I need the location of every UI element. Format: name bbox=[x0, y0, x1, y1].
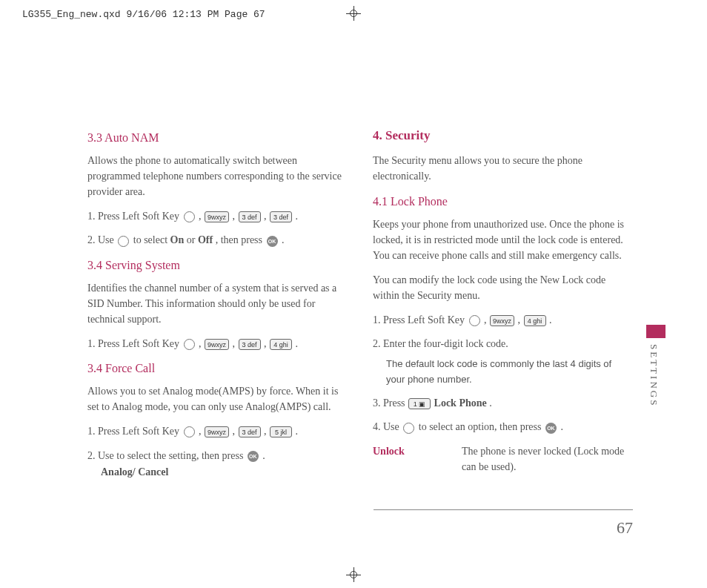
section-marker bbox=[646, 325, 665, 338]
keypad-icon: 4 ghi bbox=[524, 315, 546, 326]
note-text: The default lock code is commonly the la… bbox=[373, 357, 628, 388]
keypad-icon: 9wxyz bbox=[205, 339, 229, 350]
left-column: 3.3 Auto NAM Allows the phone to automat… bbox=[87, 126, 343, 488]
section-heading-serving-system: 3.4 Serving System bbox=[87, 257, 343, 274]
body-text: Identifies the channel number of a syste… bbox=[87, 280, 343, 327]
softkey-icon bbox=[184, 211, 195, 222]
right-column: 4. Security The Security menu allows you… bbox=[373, 126, 628, 488]
option-row: Unlock The phone is never locked (Lock m… bbox=[373, 443, 628, 475]
step-text: 3. Press 1 ▣ Lock Phone . bbox=[373, 395, 628, 412]
keypad-icon: 3 def bbox=[239, 211, 261, 222]
step-text: 2. Use to select On or Off , then press … bbox=[87, 232, 343, 248]
body-text: Keeps your phone from unauthorized use. … bbox=[373, 217, 628, 263]
footer-rule bbox=[374, 509, 633, 510]
crop-mark-bottom bbox=[346, 567, 361, 582]
keypad-icon: 4 ghi bbox=[270, 339, 292, 350]
step-text: 1. Press Left Soft Key , 9wxyz , 4 ghi . bbox=[373, 312, 628, 328]
body-text: Allows the phone to automatically switch… bbox=[87, 153, 343, 199]
step-text: 4. Use to select an option, then press O… bbox=[373, 419, 628, 435]
section-heading-security: 4. Security bbox=[373, 126, 628, 145]
option-label-unlock: Unlock bbox=[373, 443, 447, 475]
keypad-icon: 1 ▣ bbox=[408, 398, 431, 409]
option-list: Analog/ Cancel bbox=[87, 464, 343, 480]
body-text: The Security menu allows you to secure t… bbox=[373, 153, 628, 184]
ok-icon: OK bbox=[545, 423, 557, 434]
crop-mark-top bbox=[346, 6, 361, 21]
page-number: 67 bbox=[617, 515, 633, 540]
side-tab: SETTINGS bbox=[646, 325, 661, 407]
keypad-icon: 3 def bbox=[239, 426, 261, 437]
softkey-icon bbox=[184, 339, 195, 350]
ok-icon: OK bbox=[248, 451, 259, 462]
keypad-icon: 9wxyz bbox=[205, 211, 229, 222]
keypad-icon: 3 def bbox=[270, 211, 292, 222]
option-description: The phone is never locked (Lock mode can… bbox=[462, 443, 628, 475]
body-text: You can modify the lock code using the N… bbox=[373, 272, 628, 303]
keypad-icon: 9wxyz bbox=[490, 315, 514, 326]
document-header: LG355_Eng_new.qxd 9/16/06 12:13 PM Page … bbox=[22, 7, 265, 22]
step-text: 2. Enter the four-digit lock code. The d… bbox=[373, 336, 628, 388]
page-content: 3.3 Auto NAM Allows the phone to automat… bbox=[87, 126, 628, 488]
section-heading-lock-phone: 4.1 Lock Phone bbox=[373, 193, 628, 211]
body-text: Allows you to set Analog mode(AMPS) by f… bbox=[87, 383, 343, 414]
navkey-icon bbox=[118, 236, 129, 247]
step-text: 1. Press Left Soft Key , 9wxyz , 3 def ,… bbox=[87, 423, 343, 440]
keypad-icon: 9wxyz bbox=[205, 426, 229, 437]
keypad-icon: 5 jkl bbox=[270, 426, 292, 437]
keypad-icon: 3 def bbox=[239, 339, 261, 350]
navkey-icon bbox=[403, 423, 414, 434]
section-heading-auto-nam: 3.3 Auto NAM bbox=[87, 129, 343, 147]
softkey-icon bbox=[184, 426, 195, 437]
ok-icon: OK bbox=[267, 236, 278, 247]
step-text: 2. Use to select the setting, then press… bbox=[87, 448, 343, 481]
step-text: 1. Press Left Soft Key , 9wxyz , 3 def ,… bbox=[87, 208, 343, 225]
softkey-icon bbox=[469, 315, 480, 326]
section-heading-force-call: 3.4 Force Call bbox=[87, 360, 343, 377]
step-text: 1. Press Left Soft Key , 9wxyz , 3 def ,… bbox=[87, 336, 343, 352]
section-label: SETTINGS bbox=[646, 344, 661, 407]
